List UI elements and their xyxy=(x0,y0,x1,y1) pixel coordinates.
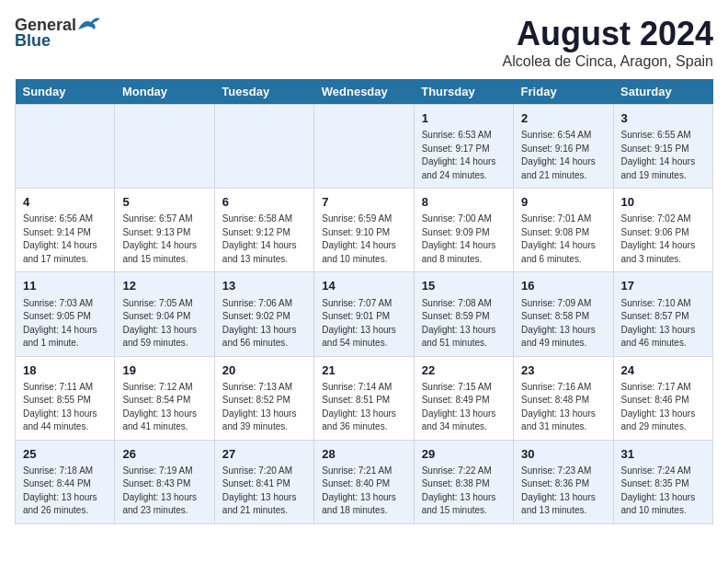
day-number: 2 xyxy=(521,110,605,127)
calendar-cell: 4Sunrise: 6:56 AMSunset: 9:14 PMDaylight… xyxy=(16,189,115,272)
day-info: Sunrise: 6:53 AMSunset: 9:17 PMDaylight:… xyxy=(422,129,506,182)
day-info: Sunrise: 7:18 AMSunset: 8:44 PMDaylight:… xyxy=(23,465,107,518)
calendar-cell: 15Sunrise: 7:08 AMSunset: 8:59 PMDayligh… xyxy=(414,272,513,356)
day-info: Sunrise: 7:01 AMSunset: 9:08 PMDaylight:… xyxy=(521,213,605,266)
page-subtitle: Alcolea de Cinca, Aragon, Spain xyxy=(503,53,713,70)
calendar-cell: 24Sunrise: 7:17 AMSunset: 8:46 PMDayligh… xyxy=(613,356,712,440)
day-number: 18 xyxy=(23,362,107,379)
day-number: 5 xyxy=(122,194,206,211)
day-info: Sunrise: 7:14 AMSunset: 8:51 PMDaylight:… xyxy=(322,381,405,434)
day-number: 4 xyxy=(23,194,107,211)
calendar-week-5: 25Sunrise: 7:18 AMSunset: 8:44 PMDayligh… xyxy=(16,440,713,523)
day-info: Sunrise: 6:55 AMSunset: 9:15 PMDaylight:… xyxy=(621,129,705,182)
day-info: Sunrise: 7:07 AMSunset: 9:01 PMDaylight:… xyxy=(322,297,405,350)
calendar-cell: 9Sunrise: 7:01 AMSunset: 9:08 PMDaylight… xyxy=(514,189,613,272)
day-header-sunday: Sunday xyxy=(16,79,115,105)
day-info: Sunrise: 6:57 AMSunset: 9:13 PMDaylight:… xyxy=(122,213,206,266)
day-header-friday: Friday xyxy=(514,79,613,105)
day-number: 27 xyxy=(222,446,306,463)
day-info: Sunrise: 7:16 AMSunset: 8:48 PMDaylight:… xyxy=(521,381,605,434)
day-header-wednesday: Wednesday xyxy=(314,79,414,105)
day-info: Sunrise: 7:12 AMSunset: 8:54 PMDaylight:… xyxy=(122,381,206,434)
day-info: Sunrise: 7:20 AMSunset: 8:41 PMDaylight:… xyxy=(222,465,306,518)
day-number: 9 xyxy=(521,194,605,211)
day-header-tuesday: Tuesday xyxy=(214,79,313,105)
calendar-week-3: 11Sunrise: 7:03 AMSunset: 9:05 PMDayligh… xyxy=(16,272,713,356)
day-number: 19 xyxy=(122,362,206,379)
day-number: 7 xyxy=(322,194,405,211)
day-info: Sunrise: 7:10 AMSunset: 8:57 PMDaylight:… xyxy=(621,297,705,350)
day-number: 1 xyxy=(422,110,506,127)
day-header-saturday: Saturday xyxy=(613,79,712,105)
logo-bird-icon xyxy=(76,15,102,35)
day-info: Sunrise: 7:02 AMSunset: 9:06 PMDaylight:… xyxy=(621,213,705,266)
day-info: Sunrise: 6:54 AMSunset: 9:16 PMDaylight:… xyxy=(521,129,605,182)
calendar-cell xyxy=(115,105,214,189)
day-number: 15 xyxy=(422,278,506,294)
logo-blue: Blue xyxy=(15,31,51,51)
day-info: Sunrise: 7:06 AMSunset: 9:02 PMDaylight:… xyxy=(222,297,306,350)
calendar-cell: 20Sunrise: 7:13 AMSunset: 8:52 PMDayligh… xyxy=(214,356,313,440)
calendar-cell: 23Sunrise: 7:16 AMSunset: 8:48 PMDayligh… xyxy=(514,356,613,440)
calendar-cell: 11Sunrise: 7:03 AMSunset: 9:05 PMDayligh… xyxy=(16,272,115,356)
calendar-cell: 29Sunrise: 7:22 AMSunset: 8:38 PMDayligh… xyxy=(414,440,513,523)
calendar-cell: 19Sunrise: 7:12 AMSunset: 8:54 PMDayligh… xyxy=(115,356,214,440)
day-number: 6 xyxy=(222,194,306,211)
calendar-cell: 17Sunrise: 7:10 AMSunset: 8:57 PMDayligh… xyxy=(613,272,712,356)
day-number: 22 xyxy=(422,362,506,379)
calendar-cell: 31Sunrise: 7:24 AMSunset: 8:35 PMDayligh… xyxy=(613,440,712,523)
calendar-cell: 30Sunrise: 7:23 AMSunset: 8:36 PMDayligh… xyxy=(514,440,613,523)
day-number: 29 xyxy=(422,446,506,463)
calendar-cell: 26Sunrise: 7:19 AMSunset: 8:43 PMDayligh… xyxy=(115,440,214,523)
day-info: Sunrise: 7:08 AMSunset: 8:59 PMDaylight:… xyxy=(422,297,506,350)
day-number: 26 xyxy=(122,446,206,463)
calendar-cell: 18Sunrise: 7:11 AMSunset: 8:55 PMDayligh… xyxy=(16,356,115,440)
calendar-cell: 5Sunrise: 6:57 AMSunset: 9:13 PMDaylight… xyxy=(115,189,214,272)
page-header: General Blue August 2024 Alcolea de Cinc… xyxy=(15,15,713,70)
calendar-cell: 1Sunrise: 6:53 AMSunset: 9:17 PMDaylight… xyxy=(414,105,513,189)
day-number: 25 xyxy=(23,446,107,463)
calendar-table: SundayMondayTuesdayWednesdayThursdayFrid… xyxy=(15,79,713,524)
calendar-cell: 8Sunrise: 7:00 AMSunset: 9:09 PMDaylight… xyxy=(414,189,513,272)
day-info: Sunrise: 7:17 AMSunset: 8:46 PMDaylight:… xyxy=(621,381,705,434)
day-info: Sunrise: 7:00 AMSunset: 9:09 PMDaylight:… xyxy=(422,213,506,266)
calendar-cell: 7Sunrise: 6:59 AMSunset: 9:10 PMDaylight… xyxy=(314,189,414,272)
day-number: 30 xyxy=(521,446,605,463)
day-number: 8 xyxy=(422,194,506,211)
day-number: 20 xyxy=(222,362,306,379)
calendar-cell xyxy=(214,105,313,189)
page-title: August 2024 xyxy=(503,15,713,53)
calendar-cell: 2Sunrise: 6:54 AMSunset: 9:16 PMDaylight… xyxy=(514,105,613,189)
day-number: 21 xyxy=(322,362,405,379)
calendar-cell: 25Sunrise: 7:18 AMSunset: 8:44 PMDayligh… xyxy=(16,440,115,523)
calendar-header: SundayMondayTuesdayWednesdayThursdayFrid… xyxy=(16,79,713,105)
day-number: 12 xyxy=(122,278,206,294)
calendar-cell: 10Sunrise: 7:02 AMSunset: 9:06 PMDayligh… xyxy=(613,189,712,272)
day-number: 13 xyxy=(222,278,306,294)
calendar-cell: 16Sunrise: 7:09 AMSunset: 8:58 PMDayligh… xyxy=(514,272,613,356)
calendar-cell xyxy=(16,105,115,189)
calendar-cell: 21Sunrise: 7:14 AMSunset: 8:51 PMDayligh… xyxy=(314,356,414,440)
day-info: Sunrise: 6:56 AMSunset: 9:14 PMDaylight:… xyxy=(23,213,107,266)
day-header-thursday: Thursday xyxy=(414,79,513,105)
day-info: Sunrise: 7:09 AMSunset: 8:58 PMDaylight:… xyxy=(521,297,605,350)
day-info: Sunrise: 7:19 AMSunset: 8:43 PMDaylight:… xyxy=(122,465,206,518)
calendar-cell: 13Sunrise: 7:06 AMSunset: 9:02 PMDayligh… xyxy=(214,272,313,356)
day-number: 3 xyxy=(621,110,705,127)
day-number: 17 xyxy=(621,278,705,294)
day-info: Sunrise: 7:23 AMSunset: 8:36 PMDaylight:… xyxy=(521,465,605,518)
calendar-cell: 6Sunrise: 6:58 AMSunset: 9:12 PMDaylight… xyxy=(214,189,313,272)
calendar-week-1: 1Sunrise: 6:53 AMSunset: 9:17 PMDaylight… xyxy=(16,105,713,189)
day-info: Sunrise: 6:58 AMSunset: 9:12 PMDaylight:… xyxy=(222,213,306,266)
day-info: Sunrise: 7:24 AMSunset: 8:35 PMDaylight:… xyxy=(621,465,705,518)
logo: General Blue xyxy=(15,15,102,51)
day-info: Sunrise: 6:59 AMSunset: 9:10 PMDaylight:… xyxy=(322,213,405,266)
day-header-monday: Monday xyxy=(115,79,214,105)
day-info: Sunrise: 7:11 AMSunset: 8:55 PMDaylight:… xyxy=(23,381,107,434)
day-number: 28 xyxy=(322,446,405,463)
day-number: 31 xyxy=(621,446,705,463)
title-section: August 2024 Alcolea de Cinca, Aragon, Sp… xyxy=(503,15,713,70)
calendar-cell xyxy=(314,105,414,189)
day-number: 11 xyxy=(23,278,107,294)
day-info: Sunrise: 7:22 AMSunset: 8:38 PMDaylight:… xyxy=(422,465,506,518)
